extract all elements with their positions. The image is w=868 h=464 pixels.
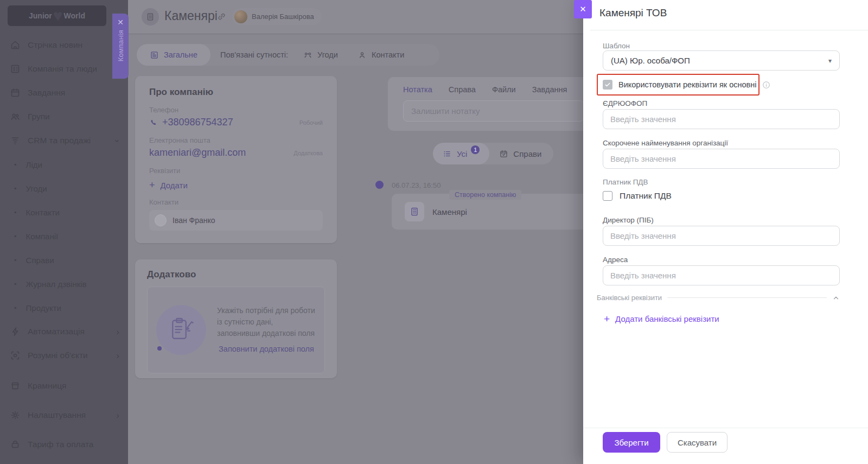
template-select[interactable]: (UA) Юр. особа/ФОП ▾: [603, 50, 840, 71]
divider: [590, 30, 868, 30]
tab-deals[interactable]: Угоди: [293, 44, 348, 66]
building-icon: [145, 12, 155, 22]
add-label: Додати: [161, 181, 188, 190]
sidebar-item-settings[interactable]: Налаштування ›: [0, 403, 128, 427]
close-icon[interactable]: ✕: [117, 18, 124, 27]
card-title: Про компанію: [149, 87, 323, 98]
sidebar-item-label: Ліди: [26, 160, 42, 169]
email-label: Електронна пошта: [149, 136, 323, 144]
owner-name: Валерія Башкірова: [252, 12, 314, 21]
sidebar-item-crm-sales[interactable]: CRM та продажі ›: [0, 129, 128, 152]
bullet-icon: •: [14, 232, 17, 240]
filter-label: Справи: [513, 149, 541, 158]
requisites-label: Реквізити: [149, 167, 323, 175]
app-logo[interactable]: Junior ♥ World: [8, 5, 106, 26]
note-placeholder: Залишити нотатку: [411, 106, 480, 116]
email-type-badge: Додаткова: [293, 150, 323, 156]
dropdown-arrow-icon: ▾: [828, 57, 832, 65]
sidebar-item-smart-objects[interactable]: Розумні об'єкти ›: [0, 344, 128, 367]
deals-icon: [303, 50, 312, 60]
bank-section-label: Банківські реквізити: [597, 294, 662, 302]
add-requisites-button[interactable]: + Додати: [149, 180, 323, 190]
sidebar-item-deals[interactable]: • Угоди: [0, 176, 128, 200]
plus-icon: +: [604, 314, 610, 324]
sidebar-item-companies[interactable]: • Компанії: [0, 224, 128, 248]
plus-icon: +: [149, 180, 155, 190]
chevron-right-icon: ›: [116, 351, 119, 360]
decor-dot: [157, 346, 162, 351]
owner-chip[interactable]: Валерія Башкірова: [232, 8, 322, 25]
event-tag: Створено компанію: [449, 190, 521, 200]
cancel-button[interactable]: Скасувати: [667, 432, 727, 453]
logo-text-left: Junior: [29, 11, 52, 20]
compose-card: Нотатка Справа Файли Завдання Док Залиши…: [388, 77, 594, 131]
entry-title: Каменярі: [432, 207, 467, 217]
filter-cases[interactable]: Справи: [489, 143, 551, 164]
feed-filters: Усі 1 Справи: [433, 143, 553, 164]
gear-icon: [10, 410, 21, 421]
sidebar-item-label: Тариф та оплата: [28, 440, 93, 449]
sidebar-item-tariff-payment[interactable]: Тариф та оплата: [0, 433, 128, 456]
sidebar-item-products[interactable]: • Продукти: [0, 296, 128, 320]
template-label: Шаблон: [603, 42, 630, 50]
sidebar-item-tasks[interactable]: Завдання: [0, 81, 128, 105]
page-title: Каменярі: [164, 9, 218, 23]
sidebar-item-label: Стрічка новин: [28, 40, 82, 50]
close-panel-button[interactable]: ✕: [574, 0, 592, 18]
info-icon[interactable]: [762, 81, 770, 89]
tab-contacts[interactable]: Контакти: [348, 44, 414, 66]
chevron-down-icon: ›: [113, 139, 123, 142]
sidebar-item-label: Крамниця: [28, 381, 66, 391]
add-bank-requisites-button[interactable]: + Додати банківські реквізити: [604, 314, 719, 324]
tab-label: Загальне: [164, 50, 197, 59]
bullet-icon: •: [14, 185, 17, 193]
sidebar-item-leads[interactable]: • Ліди: [0, 152, 128, 176]
sidebar-item-contacts[interactable]: • Контакти: [0, 200, 128, 224]
address-label: Адреса: [603, 256, 628, 264]
edrpou-input[interactable]: [603, 109, 840, 129]
heart-logo-icon: ♥: [53, 8, 63, 24]
tab-case[interactable]: Справа: [449, 85, 476, 94]
address-input[interactable]: [603, 265, 840, 285]
short-name-input[interactable]: [603, 149, 840, 169]
collapse-chevron-icon[interactable]: [832, 294, 840, 302]
sidebar-item-label: Справи: [26, 256, 54, 265]
tab-general[interactable]: Загальне: [137, 44, 210, 66]
vat-checkbox[interactable]: [603, 191, 612, 201]
sidebar-item-label: Групи: [28, 112, 50, 122]
save-button[interactable]: Зберегти: [603, 432, 660, 453]
sidebar-item-cases[interactable]: • Справи: [0, 248, 128, 272]
fill-additional-fields-link[interactable]: Заповнити додаткові поля: [217, 344, 316, 355]
tab-note[interactable]: Нотатка: [403, 85, 432, 94]
contact-name: Іван Франко: [173, 216, 215, 225]
edrpou-label: ЄДРЮОФОП: [603, 99, 647, 107]
vat-checkbox-row[interactable]: Платник ПДВ: [603, 191, 672, 201]
sidebar-item-label: CRM та продажі: [28, 136, 91, 145]
logo-text-right: World: [64, 11, 85, 20]
sidebar-item-label: Налаштування: [28, 410, 86, 420]
sidebar-item-marketplace[interactable]: Крамниця: [0, 374, 128, 398]
note-input[interactable]: Залишити нотатку: [403, 100, 584, 122]
sidebar-item-news-feed[interactable]: Стрічка новин: [0, 33, 128, 57]
link-icon[interactable]: [216, 11, 227, 22]
phone-link[interactable]: +380986754327: [162, 117, 233, 128]
sidebar-item-label: Автоматизація: [28, 327, 85, 336]
tab-task[interactable]: Завдання: [532, 85, 567, 94]
chevron-right-icon: ›: [116, 411, 119, 420]
compose-tabs: Нотатка Справа Файли Завдання Док: [403, 85, 584, 94]
phone-label: Телефон: [149, 106, 323, 114]
director-input[interactable]: [603, 226, 840, 246]
bullet-icon: •: [14, 208, 17, 217]
sidebar-item-groups[interactable]: Групи: [0, 105, 128, 129]
contact-item[interactable]: Іван Франко: [149, 210, 323, 231]
bank-requisites-section: Банківські реквізити: [597, 294, 840, 302]
filter-all[interactable]: Усі 1: [433, 143, 489, 164]
sidebar-item-automation[interactable]: Автоматизація ›: [0, 320, 128, 344]
calendar-icon: [10, 87, 21, 98]
tab-files[interactable]: Файли: [492, 85, 516, 94]
additional-card: Додатково Укажіть потрібні для роботи із…: [135, 259, 337, 378]
company-side-tab[interactable]: ✕ Компанія: [112, 14, 129, 79]
email-link[interactable]: kameniari@gmail.com: [149, 147, 246, 158]
sidebar-item-call-log[interactable]: • Журнал дзвінків: [0, 272, 128, 296]
sidebar-item-company-people[interactable]: Компанія та люди ›: [0, 57, 128, 81]
